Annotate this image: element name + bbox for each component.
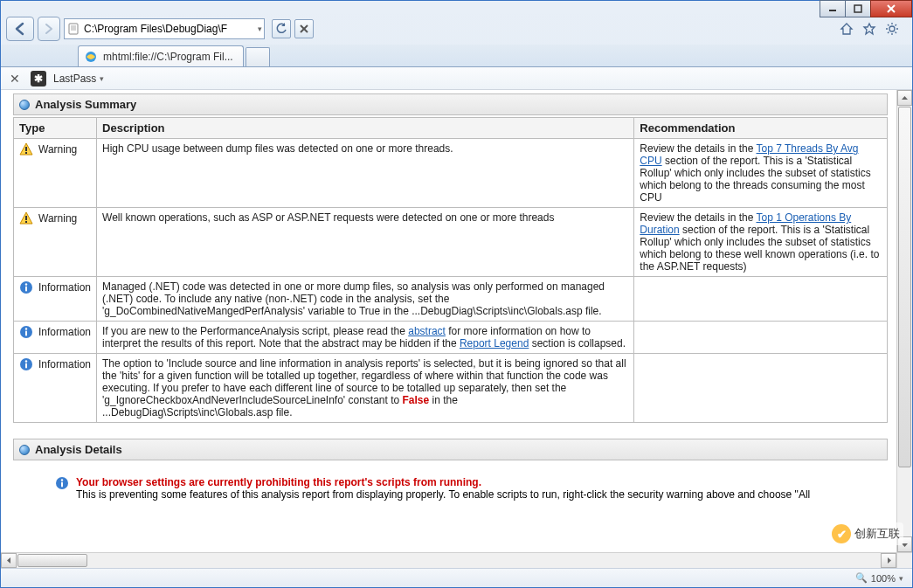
recommendation-cell — [634, 354, 888, 423]
lastpass-icon: ✱ — [31, 71, 46, 86]
home-icon[interactable] — [839, 21, 854, 37]
svg-rect-26 — [25, 287, 27, 292]
browser-tab[interactable]: mhtml:file://C:\Program Fil... — [78, 45, 244, 66]
analysis-details-header[interactable]: Analysis Details — [13, 439, 888, 460]
svg-line-16 — [896, 32, 897, 34]
script-blocked-detail: This is preventing some features of this… — [76, 488, 810, 501]
recommendation-cell: Review the details in the Top 7 Threads … — [634, 139, 888, 208]
description-cell: The option to 'Include source and line i… — [97, 354, 634, 423]
navigation-bar: ▾ — [1, 13, 912, 45]
svg-point-34 — [61, 479, 63, 481]
svg-point-25 — [25, 283, 27, 285]
description-cell: Managed (.NET) code was detected in one … — [97, 277, 634, 322]
recommendation-link[interactable]: Top 1 Operations By Duration — [640, 211, 851, 236]
watermark: ✔ 创新互联 — [828, 522, 903, 545]
scroll-corner — [896, 552, 912, 568]
back-button[interactable] — [6, 17, 34, 41]
svg-rect-32 — [25, 363, 27, 369]
svg-point-28 — [25, 328, 27, 329]
content-area: Analysis Summary Type Description Recomm… — [1, 90, 912, 568]
table-row: InformationIf you are new to the Perform… — [14, 322, 888, 354]
chevron-down-icon[interactable]: ▾ — [899, 574, 903, 583]
table-row: InformationThe option to 'Include source… — [14, 354, 888, 423]
lastpass-menu[interactable]: LastPass ▾ — [53, 73, 104, 85]
tools-icon[interactable] — [884, 21, 900, 37]
info-icon — [19, 357, 33, 371]
recommendation-cell: Review the details in the Top 1 Operatio… — [634, 208, 888, 277]
minimize-button[interactable] — [820, 0, 846, 17]
col-type: Type — [14, 118, 97, 139]
type-label: Warning — [38, 143, 77, 156]
svg-point-10 — [889, 26, 895, 31]
info-icon — [55, 476, 69, 490]
svg-line-18 — [896, 24, 897, 26]
type-label: Information — [38, 326, 91, 338]
analysis-table: Type Description Recommendation WarningH… — [13, 117, 888, 423]
brand-icon: ✔ — [832, 524, 851, 543]
svg-rect-22 — [25, 216, 27, 220]
refresh-button[interactable] — [272, 19, 291, 38]
svg-line-15 — [888, 24, 889, 26]
address-bar[interactable]: ▾ — [64, 18, 265, 39]
addr-dropdown-icon[interactable]: ▾ — [258, 24, 262, 33]
report-legend-link[interactable]: Report Legend — [460, 337, 529, 349]
svg-line-17 — [888, 32, 889, 34]
scroll-left-button[interactable] — [1, 553, 17, 568]
recommendation-cell — [634, 277, 888, 322]
svg-point-31 — [25, 360, 27, 362]
titlebar — [1, 1, 912, 13]
analysis-summary-header[interactable]: Analysis Summary — [13, 93, 888, 115]
abstract-link[interactable]: abstract — [408, 325, 446, 337]
scroll-right-button[interactable] — [881, 553, 896, 568]
scroll-up-button[interactable] — [897, 90, 912, 106]
info-icon — [19, 325, 33, 339]
address-input[interactable] — [84, 23, 254, 35]
maximize-button[interactable] — [845, 0, 871, 17]
scroll-thumb[interactable] — [898, 107, 911, 467]
tab-strip: mhtml:file://C:\Program Fil... — [1, 45, 912, 67]
tab-title: mhtml:file://C:\Program Fil... — [103, 51, 233, 63]
warning-icon — [19, 142, 33, 156]
recommendation-cell — [634, 322, 888, 354]
svg-rect-23 — [25, 221, 27, 223]
svg-rect-29 — [25, 331, 27, 336]
table-row: InformationManaged (.NET) code was detec… — [14, 277, 888, 322]
svg-rect-21 — [25, 152, 27, 154]
addon-toolbar: ✕ ✱ LastPass ▾ — [1, 67, 912, 90]
new-tab-button[interactable] — [246, 47, 270, 66]
type-label: Warning — [38, 212, 77, 225]
page-icon — [66, 22, 80, 36]
type-label: Information — [38, 358, 91, 370]
browser-window: ▾ mhtml:file://C:\Program Fil... ✕ ✱ Las… — [0, 0, 913, 588]
vertical-scrollbar[interactable] — [896, 90, 912, 552]
favorites-icon[interactable] — [861, 21, 877, 37]
close-button[interactable] — [870, 0, 912, 17]
description-cell: If you are new to the PerformanceAnalysi… — [97, 322, 634, 354]
warning-icon — [19, 211, 33, 225]
svg-rect-4 — [69, 24, 78, 34]
collapse-bullet-icon — [19, 445, 30, 455]
recommendation-link[interactable]: Top 7 Threads By Avg CPU — [640, 142, 858, 167]
chevron-down-icon: ▾ — [100, 74, 104, 83]
table-row: WarningWell known operations, such as AS… — [14, 208, 888, 277]
description-cell: Well known operations, such as ASP or AS… — [97, 208, 634, 277]
collapse-bullet-icon — [19, 100, 30, 110]
type-label: Information — [38, 281, 91, 294]
scroll-thumb-h[interactable] — [17, 554, 87, 567]
script-blocked-warning: Your browser settings are currently proh… — [76, 476, 810, 488]
zoom-level: 100% — [871, 573, 896, 584]
description-cell: High CPU usage between dump files was de… — [97, 139, 634, 208]
svg-rect-35 — [61, 482, 63, 488]
details-body: Your browser settings are currently proh… — [13, 460, 888, 501]
status-bar: 🔍 100% ▾ — [1, 568, 912, 587]
horizontal-scrollbar[interactable] — [1, 552, 896, 568]
ie-icon — [84, 50, 98, 64]
table-row: WarningHigh CPU usage between dump files… — [14, 139, 888, 208]
stop-button[interactable] — [294, 19, 314, 38]
false-constant: False — [403, 394, 430, 406]
col-recommendation: Recommendation — [634, 118, 888, 139]
zoom-icon[interactable]: 🔍 — [855, 572, 868, 584]
forward-button[interactable] — [38, 17, 60, 41]
col-description: Description — [97, 118, 634, 139]
close-toolbar-button[interactable]: ✕ — [6, 72, 24, 86]
